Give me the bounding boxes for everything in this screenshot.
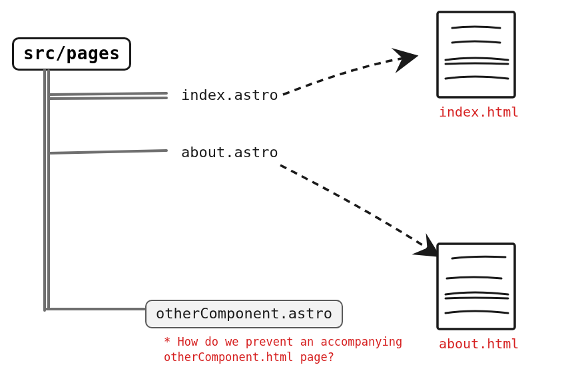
output-index: index.html xyxy=(439,104,519,120)
output-about-label: about.html xyxy=(439,336,519,352)
folder-root: src/pages xyxy=(12,37,131,71)
note-text: * How do we prevent an accompanying othe… xyxy=(164,334,443,365)
arrow-index xyxy=(280,48,426,101)
file-other-component-label: otherComponent.astro xyxy=(156,305,332,322)
svg-rect-0 xyxy=(438,12,515,97)
folder-root-label: src/pages xyxy=(23,43,120,63)
file-about: about.astro xyxy=(181,144,278,161)
file-index-label: index.astro xyxy=(181,87,278,103)
tree-connectors xyxy=(37,69,170,322)
document-icon xyxy=(434,240,519,333)
document-icon xyxy=(434,8,519,101)
output-about: about.html xyxy=(439,336,519,352)
arrow-about xyxy=(277,161,450,268)
file-other-component: otherComponent.astro xyxy=(145,300,343,328)
file-about-label: about.astro xyxy=(181,144,278,161)
file-index: index.astro xyxy=(181,87,278,103)
output-index-label: index.html xyxy=(439,104,519,120)
